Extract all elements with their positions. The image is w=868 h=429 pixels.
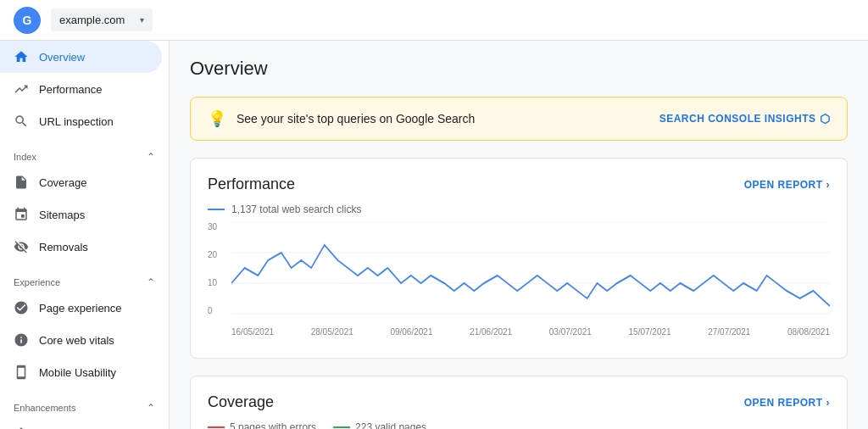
chart-x-axis: 16/05/2021 28/05/2021 09/06/2021 21/06/2… <box>208 327 830 337</box>
open-report-label: OPEN REPORT <box>744 397 823 409</box>
sidebar-item-url-inspection[interactable]: URL inspection <box>0 105 162 137</box>
arrow-right-icon: › <box>826 179 831 191</box>
topbar: G example.com ▾ <box>0 0 868 41</box>
site-name: example.com <box>59 14 125 26</box>
sidebar-item-performance[interactable]: Performance <box>0 73 162 105</box>
sidebar-section-experience: Experience ⌃ <box>0 263 169 292</box>
performance-card: Performance OPEN REPORT › 1,137 total we… <box>190 158 848 359</box>
collapse-icon[interactable]: ⌃ <box>147 402 155 414</box>
blue-legend-line <box>208 209 225 210</box>
gauge-icon <box>14 332 29 348</box>
home-icon <box>14 49 29 64</box>
page-title: Overview <box>190 58 848 80</box>
circle-check-icon <box>14 300 29 315</box>
performance-legend: 1,137 total web search clicks <box>208 203 830 215</box>
sidebar-item-core-web-vitals[interactable]: Core web vitals <box>0 324 162 356</box>
site-selector[interactable]: example.com ▾ <box>51 8 153 31</box>
search-console-insights-button[interactable]: SEARCH CONSOLE INSIGHTS ⬡ <box>659 112 830 125</box>
sidebar-section-index: Index ⌃ <box>0 137 169 166</box>
sidebar: Overview Performance URL inspection Inde… <box>0 41 170 429</box>
sidebar-item-mobile-usability[interactable]: Mobile Usability <box>0 356 162 388</box>
coverage-legend-errors: 5 pages with errors <box>208 421 316 429</box>
banner-left: 💡 See your site's top queries on Google … <box>208 109 475 128</box>
performance-card-title: Performance <box>208 176 295 193</box>
sidebar-item-label: Coverage <box>39 176 86 189</box>
sidebar-item-breadcrumbs[interactable]: Breadcrumbs <box>0 417 162 429</box>
red-legend-line <box>208 426 225 428</box>
banner-text: See your site's top queries on Google Se… <box>236 112 475 125</box>
sidebar-item-label: Mobile Usability <box>39 366 116 379</box>
sidebar-item-label: Overview <box>39 51 85 64</box>
collapse-icon[interactable]: ⌃ <box>147 151 155 163</box>
section-label: Experience <box>14 277 60 287</box>
performance-card-header: Performance OPEN REPORT › <box>208 176 830 193</box>
section-label: Enhancements <box>14 403 75 413</box>
breadcrumb-icon <box>14 426 29 429</box>
sidebar-item-label: URL inspection <box>39 115 114 128</box>
section-label: Index <box>14 152 36 162</box>
search-icon <box>14 114 29 129</box>
green-legend-line <box>333 426 350 428</box>
open-report-label: OPEN REPORT <box>744 179 823 191</box>
main-content: Overview 💡 See your site's top queries o… <box>170 41 868 429</box>
performance-chart: 30 20 10 0 <box>208 222 830 341</box>
action-label: SEARCH CONSOLE INSIGHTS <box>659 113 816 125</box>
coverage-open-report-button[interactable]: OPEN REPORT › <box>744 397 830 409</box>
coverage-card-header: Coverage OPEN REPORT › <box>208 393 830 411</box>
trending-up-icon <box>14 81 29 97</box>
eye-off-icon <box>14 239 29 254</box>
chevron-down-icon: ▾ <box>140 15 144 25</box>
coverage-legend: 5 pages with errors 223 valid pages <box>208 421 830 429</box>
file-icon <box>14 175 29 190</box>
sidebar-section-enhancements: Enhancements ⌃ <box>0 388 169 417</box>
lightbulb-icon: 💡 <box>208 109 226 128</box>
external-link-icon: ⬡ <box>820 112 831 125</box>
sidebar-item-removals[interactable]: Removals <box>0 231 162 263</box>
performance-line-chart <box>231 222 830 315</box>
insights-banner: 💡 See your site's top queries on Google … <box>190 97 848 141</box>
coverage-errors-label: 5 pages with errors <box>230 421 316 429</box>
phone-icon <box>14 365 29 380</box>
google-logo: G <box>14 7 41 34</box>
coverage-card-title: Coverage <box>208 393 274 411</box>
coverage-legend-valid: 223 valid pages <box>333 421 426 429</box>
performance-legend-label: 1,137 total web search clicks <box>231 203 361 215</box>
performance-open-report-button[interactable]: OPEN REPORT › <box>744 179 830 191</box>
coverage-card: Coverage OPEN REPORT › 5 pages with erro… <box>190 376 848 429</box>
collapse-icon[interactable]: ⌃ <box>147 276 155 288</box>
sidebar-item-label: Sitemaps <box>39 209 85 221</box>
sidebar-item-sitemaps[interactable]: Sitemaps <box>0 198 162 231</box>
sidebar-item-label: Removals <box>39 241 88 254</box>
sidebar-item-label: Core web vitals <box>39 334 114 347</box>
sidebar-item-label: Page experience <box>39 302 122 315</box>
sidebar-item-overview[interactable]: Overview <box>0 41 162 73</box>
sidebar-item-page-experience[interactable]: Page experience <box>0 292 162 324</box>
chart-plot-area <box>231 222 830 324</box>
sidebar-item-coverage[interactable]: Coverage <box>0 166 162 198</box>
chart-y-axis: 30 20 10 0 <box>208 222 228 315</box>
coverage-valid-label: 223 valid pages <box>355 421 426 429</box>
main-layout: Overview Performance URL inspection Inde… <box>0 41 868 429</box>
arrow-right-icon: › <box>826 397 831 409</box>
sidebar-item-label: Performance <box>39 83 102 96</box>
sitemap-icon <box>14 207 29 222</box>
